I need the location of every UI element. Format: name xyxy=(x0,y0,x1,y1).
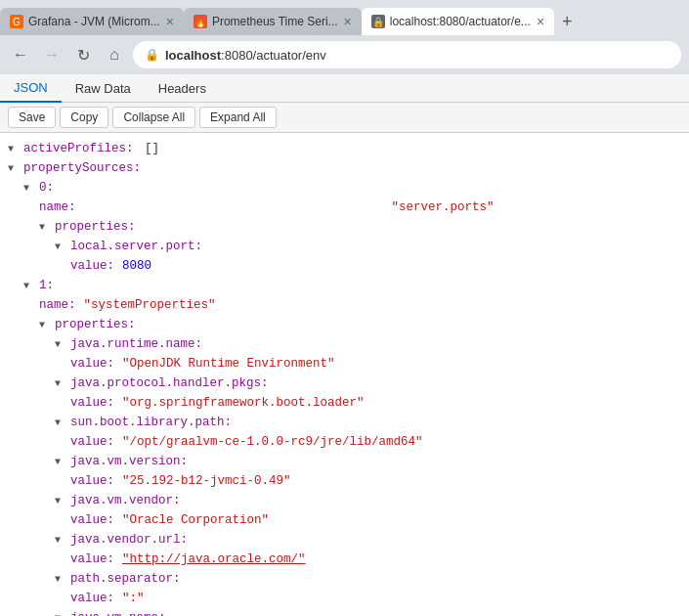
localhost-icon: 🔒 xyxy=(371,15,385,28)
copy-button[interactable]: Copy xyxy=(60,107,108,128)
line-properties-1: ▼ properties: xyxy=(8,315,681,334)
line-java-runtime-name: ▼ java.runtime.name: xyxy=(8,334,681,354)
tab-json[interactable]: JSON xyxy=(0,74,62,103)
arrow-java-vendor-url[interactable]: ▼ xyxy=(55,533,66,549)
back-button[interactable]: ← xyxy=(8,42,33,67)
key-value-8080: value: xyxy=(70,256,114,276)
address-text: localhost:8080/actuator/env xyxy=(165,48,326,63)
line-java-vendor-url: ▼ java.vendor.url: xyxy=(8,530,681,550)
line-0: ▼ 0: xyxy=(8,178,681,198)
json-toolbar: JSON Raw Data Headers Save Copy Collapse… xyxy=(0,74,689,133)
tab-localhost-label: localhost:8080/actuator/e... xyxy=(390,15,531,28)
collapse-all-button[interactable]: Collapse All xyxy=(112,107,195,128)
key-0: 0: xyxy=(39,178,54,198)
address-path: :8080/actuator/env xyxy=(221,48,326,63)
tab-localhost[interactable]: 🔒 localhost:8080/actuator/e... × xyxy=(362,8,554,35)
line-java-vm-version: ▼ java.vm.version: xyxy=(8,452,681,471)
line-path-separator: ▼ path.separator: xyxy=(8,569,681,589)
arrow-activeprofiles[interactable]: ▼ xyxy=(8,142,20,157)
arrow-java-protocol[interactable]: ▼ xyxy=(55,376,66,392)
line-val-java-runtime-name: value:"OpenJDK Runtime Environment" xyxy=(8,354,681,374)
tab-prometheus-close[interactable]: × xyxy=(344,14,352,29)
home-button[interactable]: ⌂ xyxy=(102,42,127,67)
arrow-propertysources[interactable]: ▼ xyxy=(8,161,20,177)
line-activeprofiles: ▼ activeProfiles: [] xyxy=(8,139,681,158)
line-name-1: name:"systemProperties" xyxy=(8,295,681,315)
line-val-8080: value:8080 xyxy=(8,256,681,276)
line-java-vm-vendor: ▼ java.vm.vendor: xyxy=(8,491,681,510)
arrow-java-vm-version[interactable]: ▼ xyxy=(55,455,66,470)
key-properties-1: properties: xyxy=(55,315,136,334)
key-java-protocol: java.protocol.handler.pkgs: xyxy=(70,374,269,393)
line-properties-0: ▼ properties: xyxy=(8,217,681,237)
arrow-java-vm-name[interactable]: ▼ xyxy=(55,611,66,616)
tab-grafana[interactable]: G Grafana - JVM (Microm... × xyxy=(0,8,184,35)
line-1: ▼ 1: xyxy=(8,276,681,295)
key-properties-0: properties: xyxy=(55,217,136,237)
arrow-properties-0[interactable]: ▼ xyxy=(39,220,51,236)
key-propertysources: propertySources: xyxy=(23,158,141,178)
val-jp: "org.springframework.boot.loader" xyxy=(122,393,365,413)
key-name-1: name: xyxy=(39,295,76,315)
val-jvv: "25.192-b12-jvmci-0.49" xyxy=(122,471,291,491)
key-value-jp: value: xyxy=(70,393,114,413)
tab-headers[interactable]: Headers xyxy=(145,74,220,102)
key-java-vm-version: java.vm.version: xyxy=(70,452,188,471)
line-java-protocol: ▼ java.protocol.handler.pkgs: xyxy=(8,374,681,393)
json-actions: Save Copy Collapse All Expand All xyxy=(0,103,689,132)
line-sun-boot: ▼ sun.boot.library.path: xyxy=(8,413,681,432)
prometheus-icon: 🔥 xyxy=(194,15,207,28)
arrow-java-runtime-name[interactable]: ▼ xyxy=(55,337,66,353)
reload-button[interactable]: ↻ xyxy=(70,42,96,67)
arrow-local-server-port[interactable]: ▼ xyxy=(55,240,66,255)
json-tabs: JSON Raw Data Headers xyxy=(0,74,689,103)
arrow-1[interactable]: ▼ xyxy=(23,279,35,294)
line-val-java-protocol: value:"org.springframework.boot.loader" xyxy=(8,393,681,413)
browser-chrome: G Grafana - JVM (Microm... × 🔥 Prometheu… xyxy=(0,0,689,74)
key-1: 1: xyxy=(39,276,54,295)
val-activeprofiles: [] xyxy=(145,139,159,158)
key-java-vendor-url: java.vendor.url: xyxy=(70,530,188,550)
key-value-jrn: value: xyxy=(70,354,114,374)
arrow-path-separator[interactable]: ▼ xyxy=(55,572,66,588)
line-java-vm-name: ▼ java.vm.name: xyxy=(8,608,681,616)
key-sun-boot: sun.boot.library.path: xyxy=(70,413,232,432)
arrow-properties-1[interactable]: ▼ xyxy=(39,318,51,333)
val-name-0: "server.ports" xyxy=(84,198,495,217)
val-sb: "/opt/graalvm-ce-1.0.0-rc9/jre/lib/amd64… xyxy=(122,432,423,452)
key-value-jvv: value: xyxy=(70,471,114,491)
line-val-java-vm-vendor: value:"Oracle Corporation" xyxy=(8,510,681,530)
expand-all-button[interactable]: Expand All xyxy=(199,107,277,128)
key-value-sb: value: xyxy=(70,432,114,452)
val-ps: ":" xyxy=(122,589,145,608)
key-name-0: name: xyxy=(39,198,76,217)
address-input[interactable]: 🔒 localhost:8080/actuator/env xyxy=(133,41,681,68)
tab-grafana-label: Grafana - JVM (Microm... xyxy=(28,15,160,28)
tab-raw-data[interactable]: Raw Data xyxy=(62,74,145,102)
tab-localhost-close[interactable]: × xyxy=(537,14,544,29)
key-local-server-port: local.server.port: xyxy=(70,237,202,256)
val-name-1: "systemProperties" xyxy=(84,295,216,315)
spacer xyxy=(138,139,146,158)
tab-grafana-close[interactable]: × xyxy=(166,14,174,29)
key-java-runtime-name: java.runtime.name: xyxy=(70,334,202,354)
arrow-0[interactable]: ▼ xyxy=(23,181,35,197)
key-path-separator: path.separator: xyxy=(70,569,181,589)
key-java-vm-name: java.vm.name: xyxy=(70,608,166,616)
new-tab-button[interactable]: + xyxy=(554,8,581,35)
forward-button[interactable]: → xyxy=(39,42,65,67)
line-local-server-port: ▼ local.server.port: xyxy=(8,237,681,256)
val-jvu[interactable]: "http://java.oracle.com/" xyxy=(122,550,306,569)
arrow-sun-boot[interactable]: ▼ xyxy=(55,416,66,431)
key-value-jvvend: value: xyxy=(70,510,114,530)
arrow-java-vm-vendor[interactable]: ▼ xyxy=(55,494,66,509)
grafana-icon: G xyxy=(10,15,23,28)
save-button[interactable]: Save xyxy=(8,107,56,128)
key-java-vm-vendor: java.vm.vendor: xyxy=(70,491,181,510)
line-propertysources: ▼ propertySources: xyxy=(8,158,681,178)
tab-prometheus[interactable]: 🔥 Prometheus Time Seri... × xyxy=(184,8,362,35)
line-val-java-vendor-url: value:"http://java.oracle.com/" xyxy=(8,550,681,569)
key-activeprofiles: activeProfiles: xyxy=(23,139,134,158)
address-host: localhost xyxy=(165,48,221,63)
tab-prometheus-label: Prometheus Time Seri... xyxy=(212,15,338,28)
